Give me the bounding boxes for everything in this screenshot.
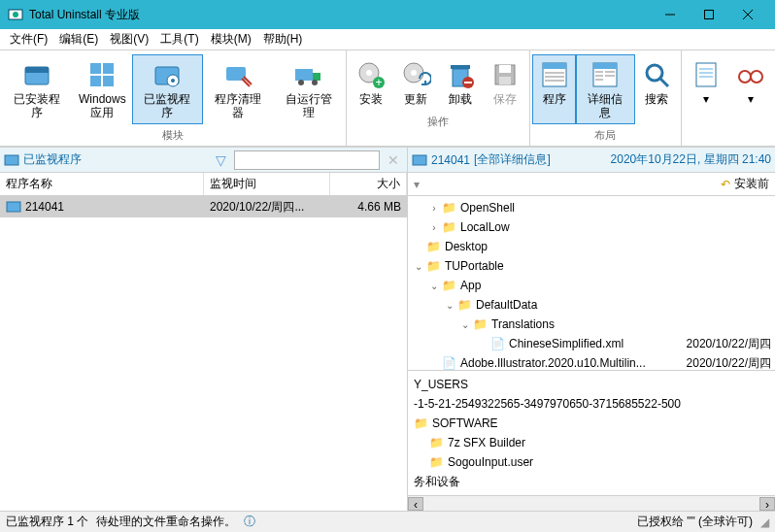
close-button[interactable] <box>728 0 767 29</box>
minimize-button[interactable] <box>651 0 690 29</box>
collapse-icon[interactable]: ⌄ <box>458 319 472 330</box>
menu-modules[interactable]: 模块(M) <box>205 29 257 50</box>
svg-rect-32 <box>499 77 511 84</box>
program-view-button[interactable]: 程序 <box>532 54 576 124</box>
list-row[interactable]: 214041 2020/10/22/周四... 4.66 MB <box>0 196 407 217</box>
ribbon-group-modules: 已安装程序 Windows 应用 已监视程序 程序清理器 自运行管理 模块 <box>0 50 347 146</box>
resize-grip-icon[interactable]: ◢ <box>760 515 769 529</box>
program-icon <box>6 199 21 215</box>
list-header: 程序名称 监视时间 大小 <box>0 173 407 196</box>
expand-icon[interactable]: › <box>427 203 441 214</box>
svg-rect-10 <box>90 76 101 86</box>
disc-plus-icon: + <box>355 59 387 90</box>
details-panel: Y_USERS -1-5-21-2549322565-3497970650-37… <box>408 370 775 495</box>
menu-bar: 文件(F) 编辑(E) 视图(V) 工具(T) 模块(M) 帮助(H) <box>0 29 775 50</box>
ribbon-group-layout-label: 布局 <box>530 128 681 146</box>
file-icon: 📄 <box>441 355 456 370</box>
folder-icon: 📁 <box>425 258 441 274</box>
monitored-programs-button[interactable]: 已监视程序 <box>132 54 203 124</box>
autorun-button[interactable]: 自运行管理 <box>273 54 344 124</box>
folder-icon: 📁 <box>429 455 444 469</box>
disc-refresh-icon <box>400 59 431 90</box>
menu-view[interactable]: 视图(V) <box>104 29 154 50</box>
title-bar: Total Uninstall 专业版 <box>0 0 775 29</box>
svg-point-1 <box>13 12 18 17</box>
col-size[interactable]: 大小 <box>330 173 407 195</box>
details-view-button[interactable]: 详细信息 <box>576 54 635 124</box>
search-icon <box>641 59 672 90</box>
before-install-button[interactable]: ↶ 安装前 <box>721 176 769 192</box>
collapse-icon[interactable]: ⌄ <box>443 300 456 311</box>
search-input[interactable] <box>234 150 380 170</box>
tree-view[interactable]: ›📁OpenShell ›📁LocalLow 📁Desktop ⌄📁TUPort… <box>408 196 775 370</box>
svg-rect-31 <box>499 65 511 73</box>
horizontal-scrollbar[interactable]: ‹ › <box>408 495 775 511</box>
svg-rect-56 <box>413 155 426 165</box>
menu-tools[interactable]: 工具(T) <box>154 29 204 50</box>
svg-text:+: + <box>375 76 382 89</box>
status-count: 已监视程序 1 个 <box>6 514 88 530</box>
install-button[interactable]: + 安装 <box>349 54 393 111</box>
svg-point-51 <box>739 71 751 83</box>
col-name[interactable]: 程序名称 <box>0 173 204 195</box>
glasses-button[interactable]: ▾ <box>728 54 773 111</box>
collapse-icon[interactable]: ⌄ <box>412 261 425 272</box>
maximize-button[interactable] <box>690 0 728 29</box>
svg-point-45 <box>647 65 662 81</box>
svg-point-25 <box>411 70 417 76</box>
svg-point-19 <box>312 80 318 85</box>
update-button[interactable]: 更新 <box>393 54 438 111</box>
windows-icon <box>86 59 118 90</box>
installed-programs-button[interactable]: 已安装程序 <box>2 54 73 124</box>
row-time: 2020/10/22/周四... <box>204 199 330 216</box>
right-pane-header: 214041 [全部详细信息] 2020年10月22日, 星期四 21:40 <box>408 148 775 173</box>
list-pane-icon <box>539 59 570 90</box>
menu-help[interactable]: 帮助(H) <box>257 29 309 50</box>
collapse-icon[interactable]: ⌄ <box>427 281 441 291</box>
clear-search-icon[interactable]: ✕ <box>384 152 403 168</box>
svg-point-18 <box>298 80 304 85</box>
folder-icon: 📁 <box>414 416 428 430</box>
svg-rect-55 <box>7 202 20 212</box>
svg-rect-7 <box>25 67 49 73</box>
program-icon <box>412 152 427 168</box>
row-name: 214041 <box>25 200 64 214</box>
svg-rect-8 <box>90 63 101 74</box>
menu-file[interactable]: 文件(F) <box>4 29 53 50</box>
status-pending: 待处理的文件重命名操作。 <box>96 514 236 530</box>
menu-edit[interactable]: 编辑(E) <box>53 29 104 50</box>
col-time[interactable]: 监视时间 <box>204 173 330 195</box>
cleaner-button[interactable]: 程序清理器 <box>203 54 274 124</box>
svg-rect-11 <box>103 76 114 86</box>
uninstall-button[interactable]: 卸载 <box>438 54 483 111</box>
trash-icon <box>445 59 476 90</box>
undo-icon: ↶ <box>721 178 730 191</box>
filter-icon[interactable]: ▽ <box>212 152 230 168</box>
right-header-timestamp: 2020年10月22日, 星期四 21:40 <box>611 151 771 168</box>
status-info-icon[interactable]: ⓘ <box>244 514 255 530</box>
list-body: 214041 2020/10/22/周四... 4.66 MB <box>0 196 407 511</box>
scroll-right-button[interactable]: › <box>759 497 775 511</box>
status-bar: 已监视程序 1 个 待处理的文件重命名操作。 ⓘ 已授权给 "" (全球许可) … <box>0 511 775 532</box>
details-pane-icon <box>590 59 621 90</box>
content-area: 已监视程序 ▽ ✕ 程序名称 监视时间 大小 214041 2020/10/22… <box>0 147 775 511</box>
folder-icon: 📁 <box>425 239 441 254</box>
right-toolbar: ▾ ↶ 安装前 <box>408 173 775 196</box>
expand-icon[interactable]: › <box>427 222 441 233</box>
notes-button[interactable]: ▾ <box>684 54 728 111</box>
search-button[interactable]: 搜索 <box>635 54 679 124</box>
chevron-down-icon[interactable]: ▾ <box>414 178 429 191</box>
save-button[interactable]: 保存 <box>483 54 527 111</box>
note-icon <box>691 59 722 90</box>
folder-icon: 📁 <box>441 219 456 235</box>
windows-apps-button[interactable]: Windows 应用 <box>73 54 133 124</box>
ribbon-group-modules-label: 模块 <box>0 128 346 146</box>
svg-line-46 <box>660 79 668 86</box>
monitored-icon <box>4 152 19 168</box>
right-header-id: 214041 <box>431 153 470 167</box>
svg-point-14 <box>171 79 175 83</box>
scroll-left-button[interactable]: ‹ <box>408 497 423 511</box>
svg-rect-16 <box>295 69 313 81</box>
right-header-detail: [全部详细信息] <box>474 151 551 168</box>
window-title: Total Uninstall 专业版 <box>29 7 651 23</box>
